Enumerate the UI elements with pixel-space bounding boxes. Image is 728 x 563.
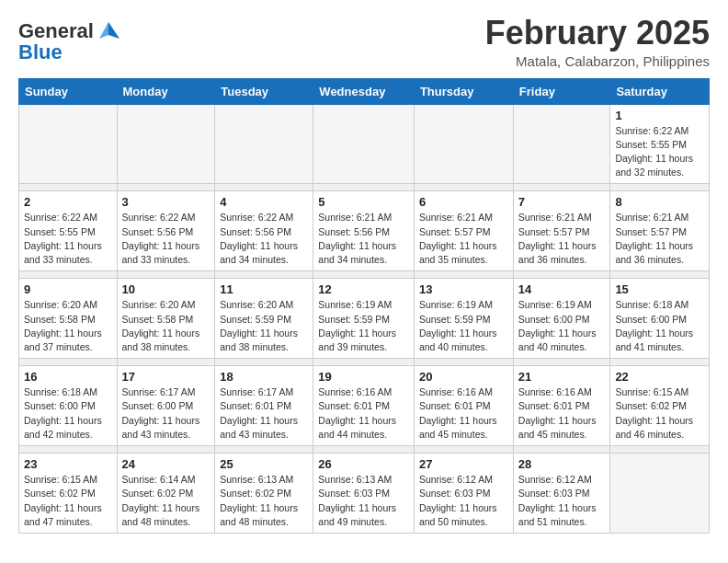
week-separator (19, 271, 710, 279)
day-number: 4 (220, 195, 308, 209)
day-number: 19 (318, 370, 409, 384)
location-title: Matala, Calabarzon, Philippines (485, 53, 710, 69)
calendar-day-cell: 7Sunrise: 6:21 AM Sunset: 5:57 PM Daylig… (513, 191, 610, 271)
day-info: Sunrise: 6:18 AM Sunset: 6:00 PM Dayligh… (615, 298, 704, 354)
calendar-day-cell: 17Sunrise: 6:17 AM Sunset: 6:00 PM Dayli… (117, 366, 215, 446)
day-number: 25 (220, 457, 308, 471)
calendar-day-cell: 22Sunrise: 6:15 AM Sunset: 6:02 PM Dayli… (610, 366, 710, 446)
calendar-day-cell: 3Sunrise: 6:22 AM Sunset: 5:56 PM Daylig… (117, 191, 215, 271)
day-info: Sunrise: 6:16 AM Sunset: 6:01 PM Dayligh… (318, 385, 409, 442)
calendar-day-cell: 9Sunrise: 6:20 AM Sunset: 5:58 PM Daylig… (19, 279, 118, 359)
day-info: Sunrise: 6:13 AM Sunset: 6:02 PM Dayligh… (220, 473, 308, 529)
day-of-week-header: Monday (117, 78, 215, 104)
day-number: 13 (419, 282, 508, 296)
calendar-day-cell: 13Sunrise: 6:19 AM Sunset: 5:59 PM Dayli… (414, 279, 513, 359)
week-separator (19, 184, 710, 191)
day-info: Sunrise: 6:22 AM Sunset: 5:56 PM Dayligh… (122, 211, 210, 267)
day-number: 7 (518, 195, 606, 209)
day-number: 22 (615, 370, 704, 384)
day-info: Sunrise: 6:19 AM Sunset: 6:00 PM Dayligh… (518, 298, 606, 354)
day-info: Sunrise: 6:17 AM Sunset: 6:01 PM Dayligh… (220, 385, 308, 442)
calendar-day-cell: 20Sunrise: 6:16 AM Sunset: 6:01 PM Dayli… (414, 366, 513, 446)
day-number: 28 (518, 457, 606, 471)
day-number: 3 (122, 195, 210, 209)
day-info: Sunrise: 6:20 AM Sunset: 5:58 PM Dayligh… (24, 298, 112, 354)
day-number: 1 (615, 109, 704, 122)
calendar-day-cell: 15Sunrise: 6:18 AM Sunset: 6:00 PM Dayli… (610, 279, 710, 359)
day-number: 24 (122, 457, 210, 471)
day-number: 20 (419, 370, 508, 384)
day-number: 11 (220, 282, 308, 296)
calendar-day-cell: 12Sunrise: 6:19 AM Sunset: 5:59 PM Dayli… (313, 279, 415, 359)
day-info: Sunrise: 6:16 AM Sunset: 6:01 PM Dayligh… (419, 385, 508, 442)
logo: General Blue (18, 18, 121, 64)
day-info: Sunrise: 6:20 AM Sunset: 5:59 PM Dayligh… (220, 298, 308, 354)
calendar-day-cell: 1Sunrise: 6:22 AM Sunset: 5:55 PM Daylig… (610, 104, 710, 184)
day-info: Sunrise: 6:16 AM Sunset: 6:01 PM Dayligh… (518, 385, 606, 442)
day-number: 23 (24, 457, 112, 471)
calendar-day-cell: 16Sunrise: 6:18 AM Sunset: 6:00 PM Dayli… (19, 366, 118, 446)
calendar-table: SundayMondayTuesdayWednesdayThursdayFrid… (18, 78, 710, 534)
day-of-week-header: Friday (513, 78, 610, 104)
calendar-day-cell: 2Sunrise: 6:22 AM Sunset: 5:55 PM Daylig… (19, 191, 118, 271)
day-info: Sunrise: 6:12 AM Sunset: 6:03 PM Dayligh… (518, 473, 606, 529)
day-of-week-header: Tuesday (215, 78, 313, 104)
calendar-day-cell: 14Sunrise: 6:19 AM Sunset: 6:00 PM Dayli… (513, 279, 610, 359)
day-info: Sunrise: 6:21 AM Sunset: 5:57 PM Dayligh… (518, 211, 606, 267)
calendar-day-cell: 6Sunrise: 6:21 AM Sunset: 5:57 PM Daylig… (414, 191, 513, 271)
day-of-week-header: Thursday (414, 78, 513, 104)
day-info: Sunrise: 6:21 AM Sunset: 5:56 PM Dayligh… (318, 211, 409, 267)
day-number: 27 (419, 457, 508, 471)
day-number: 26 (318, 457, 409, 471)
day-number: 18 (220, 370, 308, 384)
day-number: 15 (615, 282, 704, 296)
calendar-day-cell: 23Sunrise: 6:15 AM Sunset: 6:02 PM Dayli… (19, 454, 118, 534)
day-number: 21 (518, 370, 606, 384)
day-info: Sunrise: 6:15 AM Sunset: 6:02 PM Dayligh… (24, 473, 112, 529)
day-number: 5 (318, 195, 409, 209)
day-number: 14 (518, 282, 606, 296)
calendar-week-row: 23Sunrise: 6:15 AM Sunset: 6:02 PM Dayli… (19, 454, 710, 534)
day-info: Sunrise: 6:20 AM Sunset: 5:58 PM Dayligh… (122, 298, 210, 354)
calendar-week-row: 2Sunrise: 6:22 AM Sunset: 5:55 PM Daylig… (19, 191, 710, 271)
day-info: Sunrise: 6:15 AM Sunset: 6:02 PM Dayligh… (615, 385, 704, 442)
day-info: Sunrise: 6:22 AM Sunset: 5:55 PM Dayligh… (24, 211, 112, 267)
day-info: Sunrise: 6:21 AM Sunset: 5:57 PM Dayligh… (419, 211, 508, 267)
calendar-day-cell: 25Sunrise: 6:13 AM Sunset: 6:02 PM Dayli… (215, 454, 313, 534)
calendar-day-cell (313, 104, 415, 184)
calendar-day-cell (414, 104, 513, 184)
calendar-day-cell: 4Sunrise: 6:22 AM Sunset: 5:56 PM Daylig… (215, 191, 313, 271)
logo-icon (96, 18, 121, 44)
calendar-header-row: SundayMondayTuesdayWednesdayThursdayFrid… (19, 78, 710, 104)
week-separator (19, 446, 710, 454)
week-separator (19, 359, 710, 366)
day-of-week-header: Saturday (610, 78, 710, 104)
calendar-day-cell (19, 104, 118, 184)
month-title: February 2025 (485, 15, 710, 52)
calendar-day-cell: 19Sunrise: 6:16 AM Sunset: 6:01 PM Dayli… (313, 366, 415, 446)
calendar-day-cell: 26Sunrise: 6:13 AM Sunset: 6:03 PM Dayli… (313, 454, 415, 534)
day-info: Sunrise: 6:17 AM Sunset: 6:00 PM Dayligh… (122, 385, 210, 442)
day-number: 17 (122, 370, 210, 384)
day-info: Sunrise: 6:13 AM Sunset: 6:03 PM Dayligh… (318, 473, 409, 529)
day-number: 10 (122, 282, 210, 296)
day-number: 12 (318, 282, 409, 296)
day-info: Sunrise: 6:21 AM Sunset: 5:57 PM Dayligh… (615, 211, 704, 267)
day-info: Sunrise: 6:22 AM Sunset: 5:56 PM Dayligh… (220, 211, 308, 267)
calendar-day-cell: 27Sunrise: 6:12 AM Sunset: 6:03 PM Dayli… (414, 454, 513, 534)
day-of-week-header: Sunday (19, 78, 118, 104)
calendar-day-cell: 5Sunrise: 6:21 AM Sunset: 5:56 PM Daylig… (313, 191, 415, 271)
logo-text: General (18, 20, 94, 42)
day-number: 16 (24, 370, 112, 384)
day-info: Sunrise: 6:14 AM Sunset: 6:02 PM Dayligh… (122, 473, 210, 529)
page: General Blue February 2025 Matala, Calab… (0, 0, 728, 548)
svg-marker-0 (108, 22, 119, 39)
day-number: 8 (615, 195, 704, 209)
day-info: Sunrise: 6:19 AM Sunset: 5:59 PM Dayligh… (318, 298, 409, 354)
day-info: Sunrise: 6:12 AM Sunset: 6:03 PM Dayligh… (419, 473, 508, 529)
day-info: Sunrise: 6:22 AM Sunset: 5:55 PM Dayligh… (615, 124, 704, 180)
calendar-day-cell: 8Sunrise: 6:21 AM Sunset: 5:57 PM Daylig… (610, 191, 710, 271)
day-number: 6 (419, 195, 508, 209)
day-number: 2 (24, 195, 112, 209)
day-of-week-header: Wednesday (313, 78, 415, 104)
